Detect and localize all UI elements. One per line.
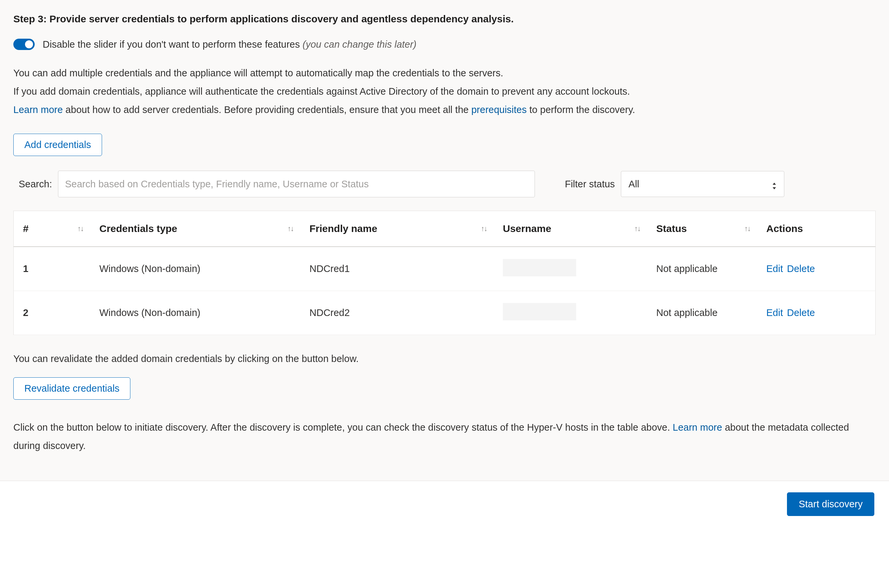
col-header-type-label: Credentials type — [99, 223, 177, 234]
revalidate-credentials-button[interactable]: Revalidate credentials — [14, 377, 131, 400]
col-header-username[interactable]: Username↑↓ — [494, 211, 647, 247]
step-title: Step 3: Provide server credentials to pe… — [14, 14, 875, 25]
sort-icon: ↑↓ — [287, 224, 293, 233]
feature-toggle[interactable] — [14, 39, 35, 50]
edit-link[interactable]: Edit — [766, 263, 783, 274]
description-block: You can add multiple credentials and the… — [14, 64, 874, 119]
filter-status-value: All — [629, 178, 639, 190]
col-header-friendly[interactable]: Friendly name↑↓ — [300, 211, 494, 247]
start-discovery-button[interactable]: Start discovery — [787, 492, 874, 516]
sort-icon: ↑↓ — [634, 224, 640, 233]
cell-status: Not applicable — [647, 291, 757, 335]
col-header-username-label: Username — [503, 223, 551, 234]
search-input[interactable] — [58, 171, 535, 197]
chevron-updown-icon — [772, 181, 776, 188]
col-header-index[interactable]: #↑↓ — [14, 211, 90, 247]
cell-username — [494, 247, 647, 291]
col-header-status[interactable]: Status↑↓ — [647, 211, 757, 247]
redacted-username — [503, 259, 576, 276]
initiate-discovery-help-text: Click on the button below to initiate di… — [14, 418, 875, 455]
cell-index: 2 — [14, 291, 90, 335]
col-header-actions-label: Actions — [766, 223, 803, 234]
delete-link[interactable]: Delete — [787, 308, 815, 318]
cell-actions: EditDelete — [757, 291, 875, 335]
col-header-friendly-label: Friendly name — [309, 223, 377, 234]
filter-status-select[interactable]: All — [621, 171, 784, 197]
col-header-status-label: Status — [656, 223, 687, 234]
cell-type: Windows (Non-domain) — [90, 291, 300, 335]
search-label: Search: — [19, 178, 52, 190]
cell-status: Not applicable — [647, 247, 757, 291]
desc-line2: If you add domain credentials, appliance… — [14, 86, 630, 97]
feature-toggle-label-hint: (you can change this later) — [302, 39, 416, 50]
feature-toggle-label-main: Disable the slider if you don't want to … — [43, 39, 302, 50]
cell-friendly-name: NDCred2 — [300, 291, 494, 335]
learn-more-link[interactable]: Learn more — [14, 104, 63, 115]
feature-toggle-label: Disable the slider if you don't want to … — [43, 39, 416, 50]
col-header-type[interactable]: Credentials type↑↓ — [90, 211, 300, 247]
table-row: 2Windows (Non-domain)NDCred2Not applicab… — [14, 291, 875, 335]
filter-status-label: Filter status — [565, 178, 615, 190]
revalidate-help-text: You can revalidate the added domain cred… — [14, 350, 875, 368]
redacted-username — [503, 303, 576, 320]
desc-line3a: about how to add server credentials. Bef… — [63, 104, 471, 115]
desc-line1: You can add multiple credentials and the… — [14, 68, 503, 78]
cell-actions: EditDelete — [757, 247, 875, 291]
cell-index: 1 — [14, 247, 90, 291]
learn-more-discovery-link[interactable]: Learn more — [673, 422, 722, 433]
delete-link[interactable]: Delete — [787, 263, 815, 274]
prerequisites-link[interactable]: prerequisites — [471, 104, 527, 115]
sort-icon: ↑↓ — [77, 224, 83, 233]
footer-bar: Start discovery — [0, 481, 889, 530]
table-row: 1Windows (Non-domain)NDCred1Not applicab… — [14, 247, 875, 291]
edit-link[interactable]: Edit — [766, 308, 783, 318]
cell-username — [494, 291, 647, 335]
add-credentials-button[interactable]: Add credentials — [14, 134, 102, 156]
col-header-actions: Actions — [757, 211, 875, 247]
cell-type: Windows (Non-domain) — [90, 247, 300, 291]
sort-icon: ↑↓ — [481, 224, 487, 233]
cell-friendly-name: NDCred1 — [300, 247, 494, 291]
col-header-index-label: # — [23, 223, 29, 234]
credentials-table: #↑↓ Credentials type↑↓ Friendly name↑↓ U… — [14, 211, 875, 335]
desc-line3b: to perform the discovery. — [527, 104, 635, 115]
initiate-discovery-text-a: Click on the button below to initiate di… — [14, 422, 673, 433]
sort-icon: ↑↓ — [744, 224, 750, 233]
